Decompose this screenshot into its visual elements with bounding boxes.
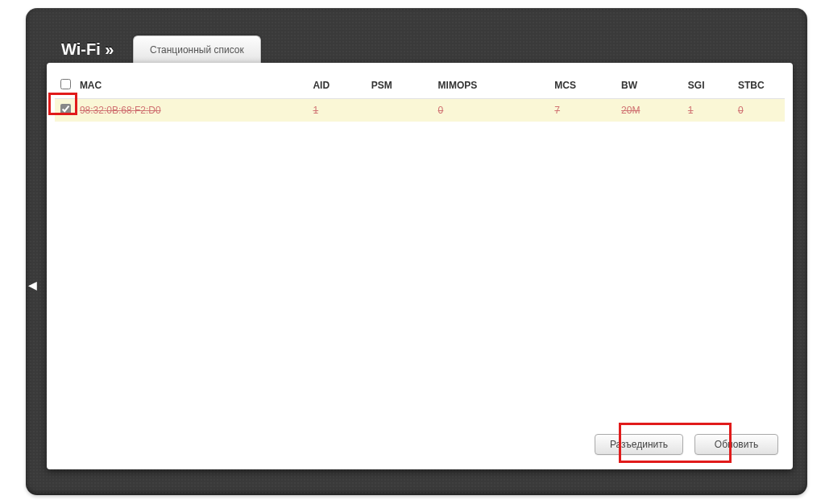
header-select-all	[55, 74, 77, 99]
col-aid: AID	[309, 74, 367, 99]
col-mcs: MCS	[551, 74, 618, 99]
cell-psm	[368, 99, 435, 122]
cell-bw: 20M	[618, 99, 685, 122]
col-mac: MAC	[77, 74, 310, 99]
collapse-sidebar-arrow-icon[interactable]: ◀	[28, 278, 39, 292]
action-bar: Разъединить Обновить	[595, 434, 778, 455]
cell-stbc: 0	[735, 99, 785, 122]
cell-aid: 1	[309, 99, 367, 122]
col-stbc: STBC	[735, 74, 785, 99]
table-header-row: MAC AID PSM MIMOPS MCS BW SGI STBC	[55, 74, 785, 99]
col-bw: BW	[618, 74, 685, 99]
cell-mac: 98:32:0B:68:F2:D0	[77, 99, 310, 122]
cell-sgi: 1	[685, 99, 735, 122]
refresh-button[interactable]: Обновить	[694, 434, 778, 455]
disconnect-button[interactable]: Разъединить	[595, 434, 683, 455]
col-sgi: SGI	[685, 74, 735, 99]
col-psm: PSM	[368, 74, 435, 99]
content-panel: MAC AID PSM MIMOPS MCS BW SGI STBC 98:32…	[47, 63, 793, 469]
cell-mcs: 7	[551, 99, 618, 122]
cell-mimops: 0	[435, 99, 552, 122]
row-checkbox-cell	[55, 99, 77, 122]
select-all-checkbox[interactable]	[60, 79, 71, 89]
page-title: Wi-Fi »	[61, 40, 114, 59]
tab-station-list[interactable]: Станционный список	[133, 35, 261, 63]
table-row[interactable]: 98:32:0B:68:F2:D0 1 0 7 20M 1 0	[55, 99, 785, 122]
station-table: MAC AID PSM MIMOPS MCS BW SGI STBC 98:32…	[55, 74, 785, 122]
col-mimops: MIMOPS	[435, 74, 552, 99]
row-checkbox[interactable]	[60, 104, 71, 114]
